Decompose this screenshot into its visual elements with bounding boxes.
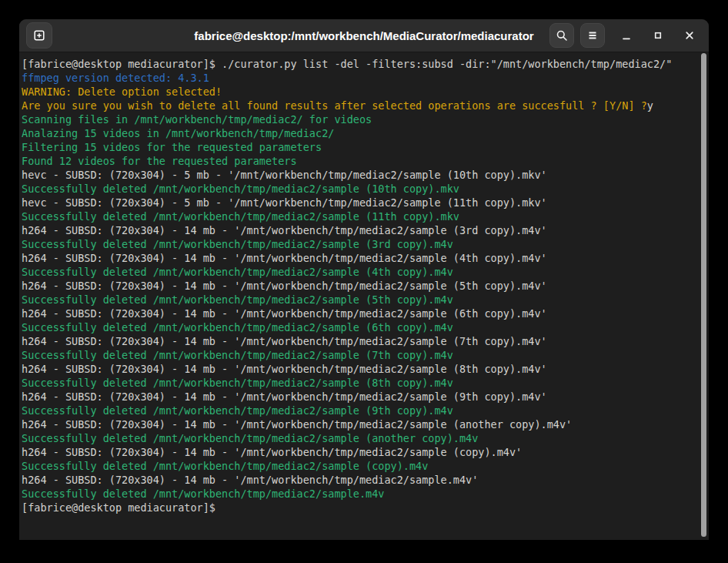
terminal-text-segment: Successfully deleted /mnt/workbench/tmp/…	[22, 238, 453, 250]
terminal-line: Successfully deleted /mnt/workbench/tmp/…	[22, 320, 698, 334]
terminal-line: Successfully deleted /mnt/workbench/tmp/…	[22, 431, 698, 445]
new-tab-icon	[33, 29, 45, 42]
terminal-text-segment: Successfully deleted /mnt/workbench/tmp/…	[22, 488, 384, 500]
terminal-line: hevc - SUBSD: (720x304) - 5 mb - '/mnt/w…	[22, 168, 698, 182]
scrollbar[interactable]	[701, 53, 706, 537]
minimize-button[interactable]	[616, 25, 636, 45]
terminal-line: Successfully deleted /mnt/workbench/tmp/…	[22, 237, 698, 251]
terminal-line: Successfully deleted /mnt/workbench/tmp/…	[22, 182, 698, 196]
terminal-text-segment: Successfully deleted /mnt/workbench/tmp/…	[22, 183, 459, 195]
terminal-line: Successfully deleted /mnt/workbench/tmp/…	[22, 348, 698, 362]
maximize-button[interactable]	[648, 25, 668, 45]
terminal-line: h264 - SUBSD: (720x304) - 14 mb - '/mnt/…	[22, 445, 698, 459]
terminal-output[interactable]: [fabrice@desktop mediacurator]$ ./curato…	[19, 52, 709, 540]
terminal-line: h264 - SUBSD: (720x304) - 14 mb - '/mnt/…	[22, 223, 698, 237]
terminal-text-segment: ffmpeg version detected: 4.3.1	[22, 72, 209, 84]
terminal-line: ffmpeg version detected: 4.3.1	[22, 71, 698, 85]
terminal-line: h264 - SUBSD: (720x304) - 14 mb - '/mnt/…	[22, 279, 698, 293]
menu-icon	[586, 29, 599, 42]
terminal-text-segment: Are you sure you wish to delete all foun…	[22, 99, 647, 112]
terminal-line: Successfully deleted /mnt/workbench/tmp/…	[22, 209, 698, 223]
terminal-text-segment: Successfully deleted /mnt/workbench/tmp/…	[22, 293, 453, 306]
terminal-text-segment: Successfully deleted /mnt/workbench/tmp/…	[22, 460, 428, 472]
terminal-line: Successfully deleted /mnt/workbench/tmp/…	[22, 459, 698, 473]
terminal-line: Successfully deleted /mnt/workbench/tmp/…	[22, 404, 698, 417]
close-button[interactable]	[680, 25, 700, 45]
terminal-text-segment: h264 - SUBSD: (720x304) - 14 mb - '/mnt/…	[22, 280, 547, 292]
terminal-text-segment: h264 - SUBSD: (720x304) - 14 mb - '/mnt/…	[22, 390, 547, 403]
terminal-text-segment: Scanning files in /mnt/workbench/tmp/med…	[22, 113, 372, 126]
terminal-text-segment: Found 12 videos for the requested parame…	[22, 155, 297, 167]
terminal-line: Successfully deleted /mnt/workbench/tmp/…	[22, 376, 698, 390]
desktop-background: fabrice@desktop:/mnt/workbench/MediaCura…	[0, 0, 728, 563]
terminal-text-segment: h264 - SUBSD: (720x304) - 14 mb - '/mnt/…	[22, 252, 547, 264]
terminal-text-segment: h264 - SUBSD: (720x304) - 14 mb - '/mnt/…	[22, 335, 547, 347]
terminal-line: Successfully deleted /mnt/workbench/tmp/…	[22, 293, 698, 307]
terminal-text-segment: hevc - SUBSD: (720x304) - 5 mb - '/mnt/w…	[22, 196, 547, 209]
scrollbar-thumb[interactable]	[701, 53, 706, 537]
terminal-line: Found 12 videos for the requested parame…	[22, 154, 698, 168]
titlebar[interactable]: fabrice@desktop:/mnt/workbench/MediaCura…	[19, 19, 709, 52]
terminal-line: Scanning files in /mnt/workbench/tmp/med…	[22, 112, 698, 126]
terminal-text-segment: Filtering 15 videos for the requested pa…	[22, 141, 322, 153]
terminal-line: Filtering 15 videos for the requested pa…	[22, 140, 698, 154]
terminal-line: h264 - SUBSD: (720x304) - 14 mb - '/mnt/…	[22, 334, 698, 348]
terminal-line: Analazing 15 videos in /mnt/workbench/tm…	[22, 126, 698, 140]
terminal-text-segment: Successfully deleted /mnt/workbench/tmp/…	[22, 266, 453, 278]
terminal-text-segment: h264 - SUBSD: (720x304) - 14 mb - '/mnt/…	[22, 446, 522, 458]
new-tab-button[interactable]	[26, 22, 52, 49]
terminal-text-segment: y	[647, 99, 653, 112]
menu-button[interactable]	[580, 23, 605, 48]
maximize-icon	[652, 29, 664, 42]
terminal-text-segment: hevc - SUBSD: (720x304) - 5 mb - '/mnt/w…	[22, 169, 547, 181]
terminal-text-segment: h264 - SUBSD: (720x304) - 14 mb - '/mnt/…	[22, 418, 572, 431]
terminal-text-segment: Successfully deleted /mnt/workbench/tmp/…	[22, 349, 453, 361]
minimize-icon	[620, 29, 633, 42]
terminal-text-segment: h264 - SUBSD: (720x304) - 14 mb - '/mnt/…	[22, 474, 478, 486]
search-icon	[556, 29, 568, 42]
terminal-line: h264 - SUBSD: (720x304) - 14 mb - '/mnt/…	[22, 362, 698, 376]
terminal-text-segment: Successfully deleted /mnt/workbench/tmp/…	[22, 432, 478, 444]
close-icon	[683, 29, 696, 42]
terminal-line: [fabrice@desktop mediacurator]$ ./curato…	[22, 57, 698, 71]
terminal-text-segment: Successfully deleted /mnt/workbench/tmp/…	[22, 321, 453, 333]
terminal-text-segment: h264 - SUBSD: (720x304) - 14 mb - '/mnt/…	[22, 363, 547, 375]
terminal-line: Are you sure you wish to delete all foun…	[22, 99, 698, 112]
terminal-text-segment: Successfully deleted /mnt/workbench/tmp/…	[22, 404, 453, 417]
terminal-window: fabrice@desktop:/mnt/workbench/MediaCura…	[19, 19, 709, 540]
terminal-line: h264 - SUBSD: (720x304) - 14 mb - '/mnt/…	[22, 417, 698, 431]
terminal-line: hevc - SUBSD: (720x304) - 5 mb - '/mnt/w…	[22, 196, 698, 209]
terminal-text-segment: h264 - SUBSD: (720x304) - 14 mb - '/mnt/…	[22, 224, 547, 236]
titlebar-controls	[543, 19, 700, 52]
terminal-text-segment: Analazing 15 videos in /mnt/workbench/tm…	[22, 127, 334, 139]
terminal-text-segment: [fabrice@desktop mediacurator]$ ./curato…	[22, 58, 672, 70]
terminal-text-segment: h264 - SUBSD: (720x304) - 14 mb - '/mnt/…	[22, 307, 547, 320]
terminal-line: WARNING: Delete option selected!	[22, 85, 698, 99]
terminal-line: h264 - SUBSD: (720x304) - 14 mb - '/mnt/…	[22, 307, 698, 320]
terminal-text-segment: WARNING: Delete option selected!	[22, 85, 222, 98]
terminal-line: h264 - SUBSD: (720x304) - 14 mb - '/mnt/…	[22, 390, 698, 404]
terminal-line: [fabrice@desktop mediacurator]$	[22, 501, 698, 514]
search-button[interactable]	[549, 23, 574, 48]
terminal-line: h264 - SUBSD: (720x304) - 14 mb - '/mnt/…	[22, 473, 698, 487]
terminal-text-segment: [fabrice@desktop mediacurator]$	[22, 501, 222, 514]
terminal-text-segment: Successfully deleted /mnt/workbench/tmp/…	[22, 210, 459, 223]
terminal-line: Successfully deleted /mnt/workbench/tmp/…	[22, 487, 698, 501]
terminal-line: h264 - SUBSD: (720x304) - 14 mb - '/mnt/…	[22, 251, 698, 265]
terminal-text-segment: Successfully deleted /mnt/workbench/tmp/…	[22, 377, 453, 389]
terminal-line: Successfully deleted /mnt/workbench/tmp/…	[22, 265, 698, 279]
